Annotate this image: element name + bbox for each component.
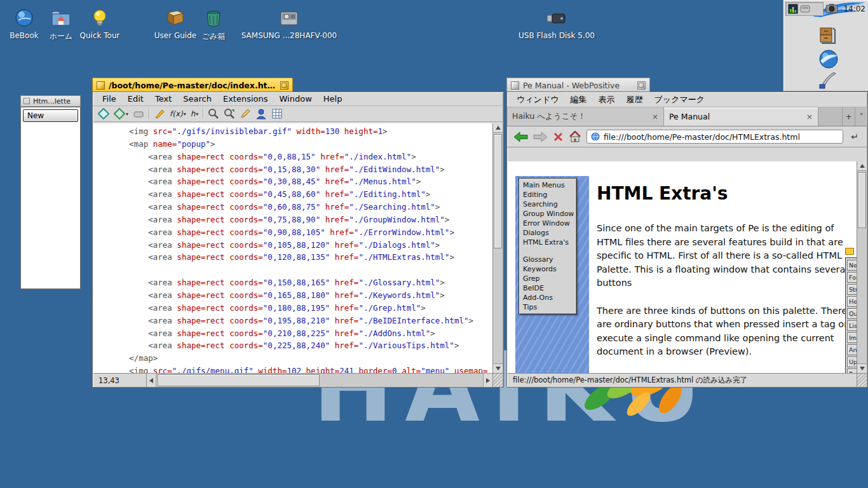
grid-icon[interactable] [271,108,283,119]
function-popup-button[interactable]: f(x) ▾ [170,109,186,118]
scroll-right-button[interactable] [483,374,492,387]
tab-pe-manual[interactable]: Pe Manual × [664,107,818,126]
mini-button: Pa [847,369,857,373]
menu-extensions[interactable]: Extensions [217,94,274,104]
menu-bookmarks-jp[interactable]: ブックマーク [649,94,711,105]
desktop-icon-usb-disk[interactable]: USB Flash Disk 5.00 [509,8,604,40]
goto-diamond-icon[interactable] [98,108,109,119]
desktop-icon-quick-tour[interactable]: Quick Tour [76,8,124,40]
process-controller-icon[interactable] [788,4,798,14]
nav-link[interactable]: Error Window [519,219,576,228]
lightbulb-icon [89,8,111,29]
nav-link[interactable]: Grep [519,274,576,283]
tab-close-icon[interactable]: × [652,112,658,121]
mini-button: Up [847,356,857,367]
web-vertical-scrollbar[interactable] [857,161,867,373]
pe-title-tab[interactable]: /boot/home/Pe-master/doc/index.html [92,78,293,92]
tab-haiku-welcome[interactable]: Haiku へようこそ！ × [507,107,664,126]
file-popup-icon[interactable]: ▾ [114,108,128,119]
close-button[interactable] [24,98,30,104]
menu-view-jp[interactable]: 表示 [593,94,621,105]
tracker-app-icon[interactable] [818,25,837,44]
nav-link[interactable]: Add-Ons [519,293,576,302]
palette-window-title: Htm...lette [33,97,71,105]
menu-window[interactable]: Window [274,94,318,104]
clock[interactable]: 14:02 [843,4,865,13]
resize-corner[interactable] [857,374,867,387]
trash-icon [203,8,224,29]
browser-status-bar: file:///boot/home/Pe-master/doc/HTMLExtr… [508,373,867,387]
close-button[interactable] [97,81,105,90]
heading-popup-button[interactable]: h ▾ [191,109,199,118]
menu-search[interactable]: Search [177,94,217,104]
go-enter-icon[interactable]: ↵ [848,130,861,144]
tab-close-icon[interactable]: × [806,112,813,121]
nav-link[interactable]: Glossary [519,255,576,264]
nav-link[interactable]: Dialogs [519,228,576,238]
menu-help[interactable]: Help [318,94,348,104]
menu-file[interactable]: File [97,94,122,104]
mini-button: Lis [847,320,857,331]
pe-bottom-bar: 13,43 [93,373,503,387]
pen-icon[interactable] [154,108,165,119]
desktop-icon-trash[interactable]: ごみ箱 [189,8,238,42]
webpositive-app-icon[interactable] [818,48,839,70]
zoom-button[interactable] [637,81,646,90]
edit-pencil-icon[interactable] [240,108,251,119]
nav-link[interactable]: BeIDE [519,283,576,293]
pe-vertical-scrollbar[interactable] [492,123,503,373]
nav-link[interactable]: Keywords [519,264,576,274]
search-icon[interactable] [208,108,219,119]
nav-link[interactable]: Searching [519,200,576,209]
nav-link[interactable]: Group Window [519,209,576,219]
pe-toolbar: ▾ f(x) ▾ h ▾ [93,106,503,122]
menu-edit-jp[interactable]: 編集 [565,94,593,105]
pe-horizontal-scrollbar[interactable] [147,374,492,387]
code-area[interactable]: <img src="./gifs/invisiblebar.gif" width… [93,123,492,373]
resize-corner[interactable] [492,374,503,387]
eraser-icon[interactable] [133,108,144,119]
scroll-down-button[interactable] [493,363,503,373]
scroll-left-button[interactable] [147,374,156,387]
web-title-tab[interactable]: Pe Manual - WebPositive [506,78,650,92]
desktop-icon-samsung-disk[interactable]: SAMSUNG ...28HAFV-000 [241,8,337,40]
mini-window-tab [845,248,854,255]
palette-title-bar[interactable]: Htm...lette [20,95,81,107]
home-button[interactable] [569,131,581,142]
new-button[interactable]: New [23,109,78,122]
scroll-up-button[interactable] [857,161,867,171]
media-tray-icon[interactable] [825,3,838,14]
mini-window-body: Ne For Str He Qu Lis Ima An Up Pa [845,257,857,373]
zoom-button[interactable] [280,81,288,90]
menu-text[interactable]: Text [149,94,177,104]
toolbar-separator [149,109,149,119]
browser-nav-bar: file:///boot/home/Pe-master/doc/HTMLExtr… [507,126,867,147]
menu-history-jp[interactable]: 履歴 [621,94,649,105]
scrollbar-thumb[interactable] [494,134,502,248]
user-icon[interactable] [255,108,267,119]
back-button[interactable] [513,132,528,142]
cursor-position: 13,43 [93,374,147,387]
input-method-icon[interactable] [800,4,810,14]
tab-list-button[interactable]: ˅ [855,107,867,126]
url-field[interactable]: file:///boot/home/Pe-master/doc/HTMLExtr… [587,130,843,144]
stop-button[interactable] [553,132,564,142]
scrollbar-thumb[interactable] [858,172,866,228]
nav-link[interactable]: HTML Extra's [519,238,576,247]
menu-edit[interactable]: Edit [122,94,149,104]
mini-button: He [847,296,857,307]
close-button[interactable] [511,81,519,90]
forward-button[interactable] [533,132,548,142]
scrollbar-thumb[interactable] [158,374,320,386]
book-icon [165,8,186,29]
new-tab-button[interactable]: + [842,107,855,126]
nav-link[interactable]: Tips [519,302,576,312]
search-again-icon[interactable] [224,108,235,119]
scroll-down-button[interactable] [857,363,867,373]
nav-link[interactable]: Editing [519,190,576,200]
browser-page[interactable]: Main Menus Editing Searching Group Windo… [508,161,867,373]
menu-window-jp[interactable]: ウィンドウ [511,94,565,105]
scroll-up-button[interactable] [493,123,503,133]
pe-editor-window: /boot/home/Pe-master/doc/index.html File… [92,78,504,388]
nav-link[interactable]: Main Menus [519,180,576,190]
